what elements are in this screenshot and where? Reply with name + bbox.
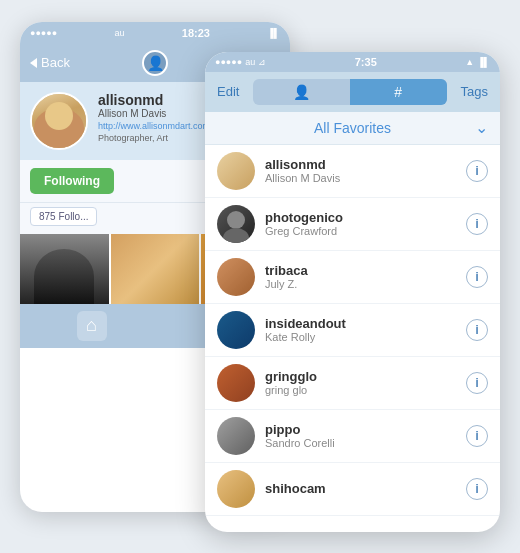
front-nav: Edit 👤 # Tags [205, 72, 500, 112]
favorites-title: All Favorites [314, 120, 391, 136]
back-button[interactable]: Back [30, 55, 70, 70]
followers-stat: 875 Follo... [30, 207, 97, 226]
user-avatar [217, 311, 255, 349]
favorites-header: All Favorites ⌄ [205, 112, 500, 145]
user-avatar [217, 152, 255, 190]
user-avatar [217, 470, 255, 508]
user-list-item: gringglogring gloi [205, 357, 500, 410]
back-status-bar: ●●●●● au 18:23 ▐▌ [20, 22, 290, 44]
user-list-item: insideandoutKate Rollyi [205, 304, 500, 357]
user-list-item: pippoSandro Corellii [205, 410, 500, 463]
back-label: Back [41, 55, 70, 70]
user-handle: gring glo [265, 384, 456, 396]
info-icon[interactable]: i [466, 372, 488, 394]
tab-group: 👤 # [253, 79, 446, 105]
user-name: insideandout [265, 316, 456, 331]
profile-avatar [30, 92, 88, 150]
user-avatar [217, 417, 255, 455]
user-name: allisonmd [265, 157, 456, 172]
user-avatar [217, 364, 255, 402]
wifi-icon: ⊿ [258, 57, 266, 67]
user-name: photogenico [265, 210, 456, 225]
front-carrier: au [245, 57, 255, 67]
front-battery: ▐▌ [477, 57, 490, 67]
user-handle: Kate Rolly [265, 331, 456, 343]
time: 18:23 [182, 27, 210, 39]
info-icon[interactable]: i [466, 319, 488, 341]
status-right: ▲ ▐▌ [465, 57, 490, 67]
user-avatar [217, 205, 255, 243]
nav-avatar-icon: 👤 [142, 50, 168, 76]
signal-dots: ●●●●● [30, 28, 57, 38]
scene: ●●●●● au 18:23 ▐▌ Back 👤 ••• all [20, 22, 500, 532]
svg-point-1 [223, 228, 249, 243]
photo-cell-1 [20, 234, 109, 304]
tab-person[interactable]: 👤 [253, 79, 350, 105]
user-handle: Allison M Davis [265, 172, 456, 184]
user-list-item: photogenicoGreg Crawfordi [205, 198, 500, 251]
user-info: tribacaJuly Z. [265, 263, 456, 290]
user-info: pippoSandro Corelli [265, 422, 456, 449]
battery: ▐▌ [267, 28, 280, 38]
user-info: allisonmdAllison M Davis [265, 157, 456, 184]
status-left: ●●●●● au ⊿ [215, 57, 266, 67]
location-icon: ▲ [465, 57, 474, 67]
user-info: shihocam [265, 481, 456, 496]
avatar-image [32, 94, 86, 148]
carrier: au [114, 28, 124, 38]
photo-cell-2 [111, 234, 200, 304]
info-icon[interactable]: i [466, 478, 488, 500]
user-list: allisonmdAllison M DavisiphotogenicoGreg… [205, 145, 500, 516]
info-icon[interactable]: i [466, 266, 488, 288]
nav-center: 👤 [142, 50, 168, 76]
following-button[interactable]: Following [30, 168, 114, 194]
front-status-bar: ●●●●● au ⊿ 7:35 ▲ ▐▌ [205, 52, 500, 72]
chevron-down-icon[interactable]: ⌄ [475, 118, 488, 137]
user-name: pippo [265, 422, 456, 437]
front-time: 7:35 [355, 56, 377, 68]
info-icon[interactable]: i [466, 160, 488, 182]
person-tab-icon: 👤 [293, 84, 310, 100]
user-name: shihocam [265, 481, 456, 496]
user-avatar [217, 258, 255, 296]
info-icon[interactable]: i [466, 213, 488, 235]
home-icon: ⌂ [86, 315, 97, 336]
tab-hash[interactable]: # [350, 79, 447, 105]
user-handle: July Z. [265, 278, 456, 290]
user-info: insideandoutKate Rolly [265, 316, 456, 343]
svg-point-0 [227, 211, 245, 229]
user-list-item: allisonmdAllison M Davisi [205, 145, 500, 198]
front-signal: ●●●●● [215, 57, 242, 67]
user-list-item: tribacaJuly Z.i [205, 251, 500, 304]
user-handle: Sandro Corelli [265, 437, 456, 449]
edit-button[interactable]: Edit [211, 80, 245, 103]
user-name: gringglo [265, 369, 456, 384]
chevron-left-icon [30, 58, 37, 68]
user-name: tribaca [265, 263, 456, 278]
favorites-phone: ●●●●● au ⊿ 7:35 ▲ ▐▌ Edit 👤 # Tags [205, 52, 500, 532]
info-icon[interactable]: i [466, 425, 488, 447]
hash-icon: # [394, 84, 402, 100]
user-info: gringglogring glo [265, 369, 456, 396]
user-info: photogenicoGreg Crawford [265, 210, 456, 237]
user-list-item: shihocami [205, 463, 500, 516]
tags-button[interactable]: Tags [455, 80, 494, 103]
home-nav-icon[interactable]: ⌂ [77, 311, 107, 341]
user-handle: Greg Crawford [265, 225, 456, 237]
